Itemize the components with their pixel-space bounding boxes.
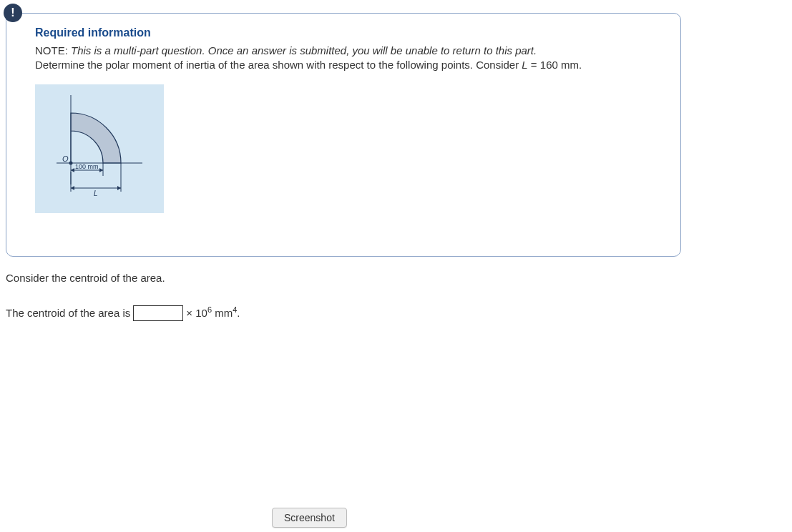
origin-dot <box>69 161 73 164</box>
unit-period: . <box>237 307 240 319</box>
figure-diagram: O 100 mm L <box>35 84 164 213</box>
unit-wrap: × 106 mm4. <box>186 305 240 319</box>
instruction-pre: Determine the polar moment of inertia of… <box>35 59 522 71</box>
figure-svg: O 100 mm L <box>35 84 164 213</box>
inner-dim-label: 100 mm <box>75 163 99 170</box>
origin-label: O <box>62 154 69 163</box>
annulus-shape <box>71 113 121 163</box>
note-prefix: NOTE: <box>35 44 71 56</box>
outer-dim-label: L <box>94 189 98 197</box>
required-info-card: Required information NOTE: This is a mul… <box>6 13 681 257</box>
note-line: NOTE: This is a multi-part question. Onc… <box>35 44 659 73</box>
prompt-text: Consider the centroid of the area. <box>6 272 681 284</box>
info-icon-label: ! <box>11 6 14 19</box>
unit-mult: × 10 <box>186 307 207 319</box>
outer-arrow-r <box>117 186 121 190</box>
card-title: Required information <box>35 26 659 39</box>
inner-arrow-l <box>71 168 74 172</box>
l-variable: L <box>522 59 527 71</box>
note-italic: This is a multi-part question. Once an a… <box>71 44 537 56</box>
question-area: Consider the centroid of the area. The c… <box>6 272 681 321</box>
instruction-post: = 160 mm. <box>528 59 582 71</box>
answer-input[interactable] <box>133 305 183 321</box>
screenshot-button[interactable]: Screenshot <box>272 508 347 528</box>
unit-mm: mm <box>212 307 233 319</box>
info-icon[interactable]: ! <box>4 4 22 22</box>
answer-pre: The centroid of the area is <box>6 307 130 319</box>
answer-line: The centroid of the area is × 106 mm4. <box>6 305 681 321</box>
inner-arrow-r <box>99 168 103 172</box>
outer-arrow-l <box>71 186 74 190</box>
